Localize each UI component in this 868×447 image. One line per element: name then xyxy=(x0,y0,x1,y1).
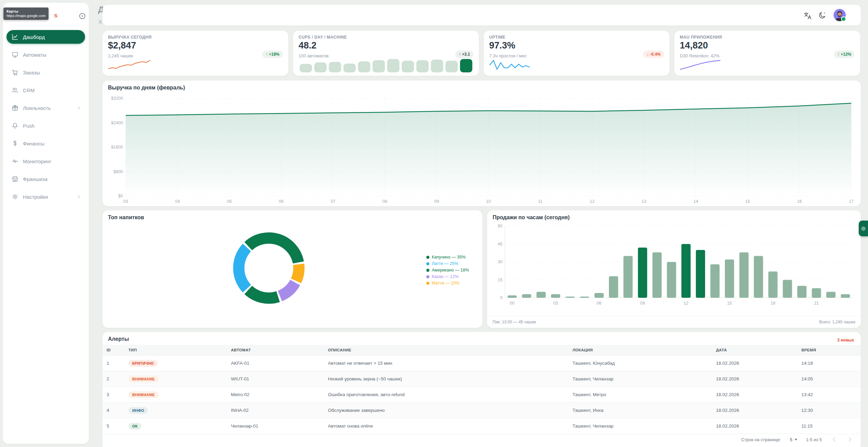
alert-location: Ташкент, Метро xyxy=(568,387,712,403)
sidebar-item-label: Франшиза xyxy=(23,176,47,182)
sidebar-item-4[interactable]: Лояльность xyxy=(6,101,85,115)
svg-text:$3200: $3200 xyxy=(111,96,123,101)
settings-fab[interactable] xyxy=(859,221,868,236)
alert-row-1: 1КРИТИЧНОAKFA-01Автомат не отвечает > 15… xyxy=(102,355,861,371)
sidebar-item-label: Настройки xyxy=(23,194,48,200)
sidebar-item-label: Заказы xyxy=(23,70,40,75)
sidebar-item-2[interactable]: Заказы xyxy=(6,66,85,79)
kpi-value: 97.3% xyxy=(489,40,515,51)
alert-location: Ташкент, Юнусабад xyxy=(568,355,712,371)
alert-description: Обслуживание завершено xyxy=(324,403,568,418)
kpi-trend-badge: ↑ +3.1 xyxy=(455,51,473,58)
dark-mode-moon-icon[interactable] xyxy=(818,11,826,19)
alert-time: 12:30 xyxy=(797,403,861,418)
monitor-icon xyxy=(12,51,18,58)
users-icon xyxy=(12,87,18,94)
drinks-legend: Капучино — 35%Латте — 25%Американо — 18%… xyxy=(426,255,469,287)
sidebar-item-3[interactable]: CRM xyxy=(6,83,85,97)
translate-icon[interactable] xyxy=(803,12,812,20)
svg-text:0: 0 xyxy=(500,295,502,300)
kpi-sub: 100 автоматов xyxy=(299,53,329,58)
prev-page-button[interactable] xyxy=(831,436,838,443)
svg-text:12: 12 xyxy=(590,199,594,204)
alert-type-badge: КРИТИЧНО xyxy=(128,360,157,367)
legend-label: Латте — 25% xyxy=(432,261,458,266)
target-icon[interactable] xyxy=(79,12,86,20)
next-page-button[interactable] xyxy=(846,436,853,443)
legend-dot xyxy=(426,256,429,259)
sidebar-item-5[interactable]: Push xyxy=(6,119,85,132)
sidebar-item-0[interactable]: Дашборд xyxy=(6,30,85,44)
hourly-sales-card: Продажи по часам (сегодня) 6045301500003… xyxy=(487,210,861,328)
legend-dot xyxy=(426,262,429,265)
svg-text:06: 06 xyxy=(279,199,284,204)
svg-text:60: 60 xyxy=(498,224,502,228)
sidebar-item-label: CRM xyxy=(23,87,35,93)
rows-per-page-value: 5 xyxy=(790,437,792,442)
alert-id: 3 xyxy=(102,387,124,403)
sidebar-item-8[interactable]: Франшиза xyxy=(6,172,85,186)
kpi-trend-badge: ↑ +12% xyxy=(834,51,855,58)
svg-text:45: 45 xyxy=(498,242,502,247)
kpi-label: ВЫРУЧКА СЕГОДНЯ xyxy=(108,35,152,40)
kpi-label: CUPS / DAY / MACHINE xyxy=(299,35,347,40)
alert-date: 18.02.2026 xyxy=(712,403,797,418)
alert-time: 13:42 xyxy=(797,387,861,403)
kpi-sub: 1,245 чашек xyxy=(108,53,133,58)
sparkline-mau xyxy=(680,59,721,70)
svg-text:09: 09 xyxy=(434,199,439,204)
legend-item-1: Латте — 25% xyxy=(426,261,469,266)
rows-per-page-label: Строк на странице: xyxy=(741,437,781,442)
svg-text:15: 15 xyxy=(498,278,502,282)
sidebar-item-6[interactable]: Финансы xyxy=(6,137,85,150)
chevron-right-icon xyxy=(76,194,82,199)
kpi-trend-badge: ↓ -0.4% xyxy=(643,51,664,58)
svg-text:03: 03 xyxy=(553,301,558,306)
legend-item-0: Капучино — 35% xyxy=(426,255,469,260)
legend-label: Американо — 18% xyxy=(432,268,469,273)
alert-date: 18.02.2026 xyxy=(712,371,797,387)
legend-dot xyxy=(426,282,429,285)
sidebar-item-label: Дашборд xyxy=(23,34,45,40)
gift-icon xyxy=(12,104,18,111)
kpi-card-cups: CUPS / DAY / MACHINE 48.2 100 автоматов … xyxy=(293,31,479,76)
sidebar-item-1[interactable]: Автоматы xyxy=(6,48,85,61)
sidebar-item-9[interactable]: Настройки xyxy=(6,190,85,204)
kpi-label: MAU ПРИЛОЖЕНИЯ xyxy=(680,35,722,40)
alert-machine: Metro-02 xyxy=(227,387,324,403)
dashboard-screen: Д Х s ДашбордАвтоматыЗаказыCRMЛояльность… xyxy=(0,0,868,447)
legend-dot xyxy=(426,275,429,278)
alerts-tbody: 1КРИТИЧНОAKFA-01Автомат не отвечает > 15… xyxy=(102,355,861,434)
alert-time: 14:18 xyxy=(797,355,861,371)
svg-text:17: 17 xyxy=(849,199,854,204)
avatar[interactable] xyxy=(833,9,846,21)
pulse-icon xyxy=(12,158,18,165)
svg-text:03: 03 xyxy=(123,199,128,204)
page-subtitle: Х xyxy=(99,19,102,25)
minibar-strip xyxy=(299,59,473,72)
top-drinks-card: Топ напитков Капучино — 35%Латте — 25%Ам… xyxy=(102,210,482,328)
svg-text:08: 08 xyxy=(383,199,387,204)
rows-per-page-select[interactable]: 5 xyxy=(790,437,797,442)
alert-machine: INHA-02 xyxy=(227,403,324,418)
sidebar-nav: ДашбордАвтоматыЗаказыCRMЛояльностьPushФи… xyxy=(6,30,85,208)
svg-text:15: 15 xyxy=(745,199,750,204)
hourly-total-label: Всего: 1,245 чашек xyxy=(819,320,855,324)
col-location: ЛОКАЦИЯ xyxy=(568,345,712,355)
header-bar xyxy=(102,5,861,26)
sparkline-uptime xyxy=(489,59,530,70)
col-type: ТИП xyxy=(124,345,227,355)
alert-description: Автомат не отвечает > 15 мин xyxy=(324,355,568,371)
kpi-card-mau: MAU ПРИЛОЖЕНИЯ 14,820 D30 Retention: 42%… xyxy=(674,31,860,76)
logo-text: s xyxy=(54,12,58,19)
revenue-chart-card: Выручка по дням (февраль) $3200$2400$160… xyxy=(102,81,861,206)
kpi-card-uptime: UPTIME 97.3% 7.3ч простоя / мес ↓ -0.4% xyxy=(484,31,670,76)
sidebar-item-7[interactable]: Мониторинг xyxy=(6,154,85,168)
svg-text:14: 14 xyxy=(693,199,698,204)
chevron-right-icon xyxy=(76,105,82,111)
svg-text:04: 04 xyxy=(175,199,180,204)
alert-row-2: 2ВНИМАНИЕWIUT-01Низкий уровень зерна (~5… xyxy=(102,371,861,387)
alert-machine: WIUT-01 xyxy=(227,371,324,387)
legend-item-3: Какао — 12% xyxy=(426,274,469,279)
sidebar-item-label: Финансы xyxy=(23,141,44,146)
